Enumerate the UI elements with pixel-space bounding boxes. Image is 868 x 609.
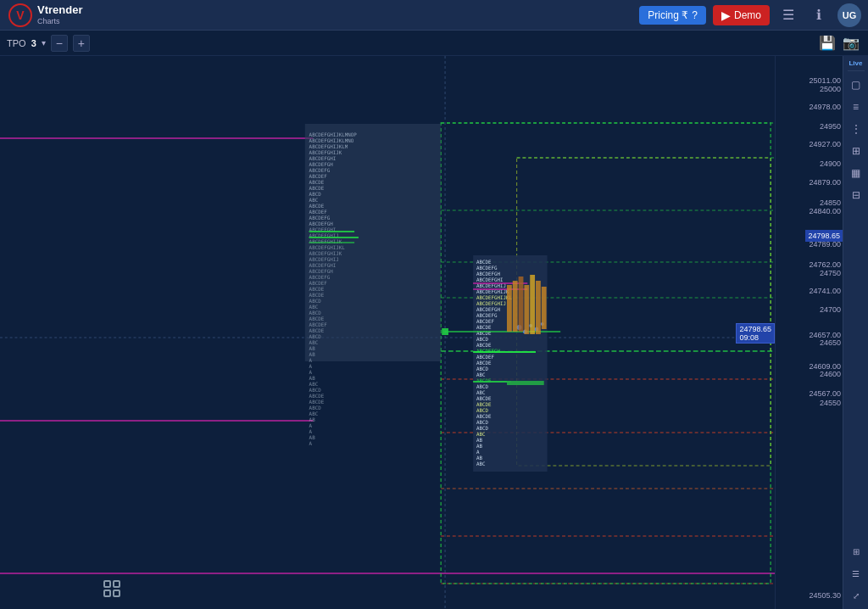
sidebar-btn-list[interactable]: ≡ — [846, 97, 866, 117]
svg-rect-132 — [542, 287, 547, 329]
svg-text:ABCD: ABCD — [476, 420, 488, 425]
svg-text:ABCDE: ABCDE — [476, 414, 492, 419]
svg-text:ABCDE: ABCDE — [309, 328, 325, 333]
svg-text:ABCD: ABCD — [476, 337, 488, 342]
save-button[interactable]: 💾 — [817, 33, 837, 53]
logo-name: Vtrender — [37, 4, 82, 16]
sidebar-btn-split-v[interactable]: ⊟ — [846, 185, 866, 205]
menu-button[interactable]: ☰ — [776, 3, 800, 27]
svg-text:ABCDEFGHIJK: ABCDEFGHIJK — [309, 150, 342, 155]
svg-text:A: A — [476, 450, 480, 455]
svg-text:ABCDEFGH: ABCDEFGH — [309, 221, 333, 226]
svg-text:ABCDE: ABCDE — [309, 399, 325, 405]
pricing-label: Pricing ₹ — [648, 9, 688, 21]
svg-text:ABC: ABC — [309, 198, 319, 203]
price-label-24700: 24700 — [820, 305, 841, 314]
svg-text:ABCDE: ABCDE — [309, 293, 325, 298]
screenshot-button[interactable]: 📷 — [841, 33, 861, 53]
tpo-minus-button[interactable]: − — [51, 35, 68, 52]
fullscreen-icon-area — [102, 578, 122, 602]
svg-rect-137 — [114, 590, 120, 596]
svg-text:ABCDEFGHIJK: ABCDEFGHIJK — [476, 289, 509, 294]
price-label-24750: 24750 — [820, 269, 841, 277]
svg-text:ABCDEFGHIJ: ABCDEFGHIJ — [476, 283, 506, 288]
svg-text:AB: AB — [309, 376, 315, 381]
tpo-dropdown-arrow[interactable]: ▾ — [42, 38, 46, 47]
svg-text:ABCDEFGHIJK: ABCDEFGHIJK — [309, 251, 342, 256]
svg-rect-130 — [530, 275, 535, 334]
svg-text:A: A — [309, 441, 313, 446]
sidebar-btn-split-h[interactable]: ▦ — [846, 163, 866, 183]
svg-text:AB: AB — [476, 455, 482, 461]
svg-text:ABCDEFGHIJ: ABCDEFGHIJ — [309, 257, 339, 262]
svg-text:ABC: ABC — [476, 390, 486, 395]
price-label-24650: 24650 — [820, 338, 841, 347]
svg-text:ABCD: ABCD — [476, 408, 488, 413]
price-label-24840: 24840.00 — [809, 207, 841, 215]
chart-area[interactable]: © 2024 Vtrender Charts — [0, 56, 775, 609]
svg-text:ABCDEFGHI: ABCDEFGHI — [309, 156, 337, 161]
sidebar-btn-rows[interactable]: ☰ — [846, 563, 866, 584]
svg-text:ABCDEFGH: ABCDEFGH — [476, 349, 500, 354]
sidebar-btn-square[interactable]: ▢ — [846, 75, 866, 95]
svg-text:ABCDE: ABCDE — [309, 287, 325, 292]
tpo-label: TPO — [7, 38, 26, 48]
price-label-bottom: 24505.30 — [809, 591, 841, 600]
svg-text:ABCDEFGHIJ: ABCDEFGHIJ — [476, 301, 506, 306]
sidebar-btn-dots[interactable]: ⋮ — [846, 119, 866, 139]
svg-text:ABC: ABC — [476, 461, 486, 467]
svg-text:ABC: ABC — [309, 340, 319, 345]
svg-text:ABCDE: ABCDE — [309, 394, 325, 399]
demo-button[interactable]: ▶ Demo — [713, 5, 770, 25]
tpo-plus-button[interactable]: + — [73, 35, 90, 52]
demo-label: Demo — [734, 9, 761, 21]
svg-text:ABCD: ABCD — [476, 426, 488, 431]
svg-text:ABCD: ABCD — [476, 366, 488, 372]
svg-rect-135 — [114, 581, 120, 587]
toolbar-right-actions: 💾 📷 — [817, 33, 861, 53]
svg-text:ABCDE: ABCDE — [309, 180, 325, 185]
svg-text:ABCDEFGHI: ABCDEFGHI — [476, 277, 504, 282]
svg-rect-136 — [104, 590, 110, 596]
svg-text:ABC: ABC — [309, 382, 319, 387]
svg-rect-120 — [442, 328, 448, 335]
svg-text:A: A — [309, 358, 313, 363]
svg-text:ABCDEF: ABCDEF — [476, 319, 494, 324]
svg-text:ABCD: ABCD — [309, 299, 321, 304]
pricing-button[interactable]: Pricing ₹ ? — [639, 6, 706, 25]
svg-text:ABCDE: ABCDE — [476, 378, 492, 383]
svg-text:AB: AB — [309, 346, 315, 351]
crosshair-time-value: 09:08 — [739, 333, 771, 342]
sidebar-btn-expand[interactable]: ⤢ — [846, 585, 866, 606]
svg-text:ABC: ABC — [309, 411, 319, 416]
price-label-24900: 24900 — [820, 159, 841, 168]
svg-text:ABCDEF: ABCDEF — [309, 281, 327, 286]
svg-text:ABCD: ABCD — [476, 384, 488, 389]
sidebar-bottom-icons: ⊞ ☰ ⤢ — [846, 541, 866, 609]
price-label-24850: 24850 — [820, 198, 841, 207]
sidebar-btn-grid4[interactable]: ⊞ — [846, 141, 866, 161]
svg-text:ABCDE: ABCDE — [476, 260, 492, 265]
svg-text:ABCDEF: ABCDEF — [309, 174, 327, 179]
svg-text:AB: AB — [476, 438, 482, 443]
svg-rect-134 — [104, 581, 110, 587]
price-label-24789: 24789.00 — [809, 240, 841, 249]
youtube-icon: ▶ — [721, 8, 731, 22]
svg-text:ABC: ABC — [476, 432, 486, 437]
price-label-24567: 24567.00 — [809, 389, 841, 398]
svg-text:ABCDE: ABCDE — [309, 186, 325, 191]
user-avatar[interactable]: UG — [837, 3, 861, 27]
pricing-question: ? — [692, 9, 698, 21]
price-label-24741: 24741.00 — [809, 287, 841, 295]
top-navigation: V Vtrender Charts Pricing ₹ ? ▶ Demo ☰ ℹ… — [0, 0, 868, 31]
svg-text:ABCD: ABCD — [309, 334, 321, 339]
svg-text:ABCDEF: ABCDEF — [309, 210, 327, 215]
svg-text:ABCD: ABCD — [309, 310, 321, 316]
svg-text:A: A — [309, 364, 313, 369]
svg-text:ABCDEFGH: ABCDEFGH — [309, 162, 333, 167]
sidebar-divider-1 — [848, 70, 865, 71]
svg-rect-131 — [536, 281, 541, 334]
info-button[interactable]: ℹ — [807, 3, 831, 27]
sidebar-btn-grid-bottom[interactable]: ⊞ — [846, 541, 866, 562]
price-label-25000: 25000 — [820, 85, 841, 93]
